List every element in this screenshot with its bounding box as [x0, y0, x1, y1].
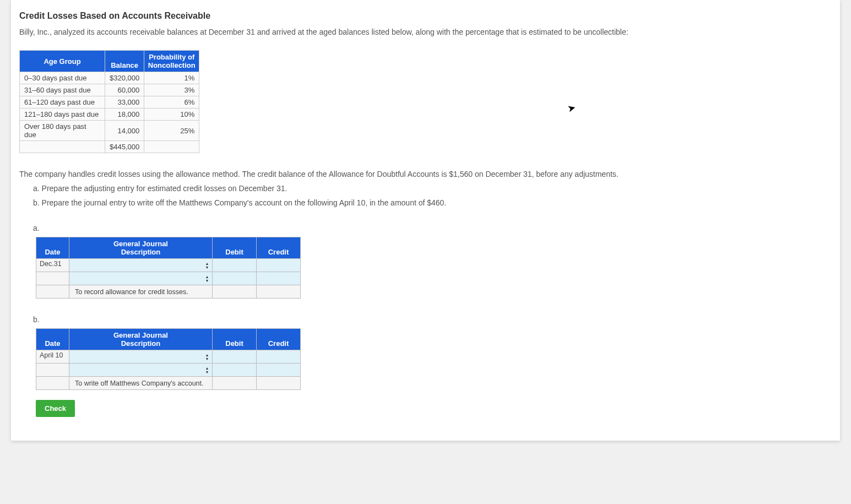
debit-input-b1[interactable] [213, 350, 257, 364]
balance-header: Balance [105, 51, 144, 72]
journal-table-b: Date General Journal Debit Credit Descri… [36, 328, 301, 390]
check-button[interactable]: Check [36, 400, 75, 417]
question-panel: Credit Losses Based on Accounts Receivab… [11, 0, 840, 441]
credit-input-a2[interactable] [257, 272, 301, 285]
memo-a: To record allowance for credit losses. [69, 285, 213, 299]
gj-header: General Journal [69, 329, 213, 340]
desc-header: Description [69, 339, 213, 350]
question-a: a. Prepare the adjusting entry for estim… [33, 184, 832, 193]
stepper-icon[interactable] [203, 366, 211, 375]
table-row: 0–30 days past due $320,000 1% [20, 72, 199, 84]
debit-header: Debit [213, 237, 257, 259]
section-b-label: b. [33, 315, 832, 324]
page-title: Credit Losses Based on Accounts Receivab… [19, 11, 832, 21]
desc-header: Description [69, 248, 213, 259]
credit-input-a1[interactable] [257, 259, 301, 272]
stepper-icon[interactable] [203, 274, 211, 283]
table-row: Over 180 days past due 14,000 25% [20, 121, 199, 141]
debit-input-a2[interactable] [213, 272, 257, 285]
body-text: The company handles credit losses using … [19, 170, 832, 178]
credit-header: Credit [257, 329, 301, 350]
table-row: 31–60 days past due 60,000 3% [20, 84, 199, 96]
table-total-row: $445,000 [20, 141, 199, 153]
debit-input-b2[interactable] [213, 364, 257, 377]
age-header: Age Group [20, 51, 105, 72]
memo-b: To write off Matthews Company's account. [69, 377, 213, 390]
debit-input-a1[interactable] [213, 259, 257, 272]
desc-input-a2[interactable] [69, 272, 213, 285]
prob-header: Probability of Noncollection [144, 51, 199, 72]
gj-header: General Journal [69, 237, 213, 248]
date-cell-a: Dec.31 [36, 259, 69, 272]
date-cell-b: April 10 [36, 350, 69, 364]
credit-input-b1[interactable] [257, 350, 301, 364]
question-b: b. Prepare the journal entry to write of… [33, 198, 832, 207]
debit-header: Debit [213, 329, 257, 350]
date-header: Date [36, 237, 69, 259]
table-row: 121–180 days past due 18,000 10% [20, 109, 199, 121]
desc-input-a1[interactable] [69, 259, 213, 272]
desc-input-b1[interactable] [69, 350, 213, 364]
date-header: Date [36, 329, 69, 350]
credit-header: Credit [257, 237, 301, 259]
aged-balance-table: Age Group Balance Probability of Noncoll… [19, 50, 199, 153]
table-row: 61–120 days past due 33,000 6% [20, 96, 199, 109]
stepper-icon[interactable] [203, 261, 211, 270]
desc-input-b2[interactable] [69, 364, 213, 377]
journal-table-a: Date General Journal Debit Credit Descri… [36, 237, 301, 299]
cursor-icon: ➤ [566, 101, 577, 115]
intro-text: Billy, Inc., analyzed its accounts recei… [19, 28, 832, 36]
credit-input-b2[interactable] [257, 364, 301, 377]
section-a-label: a. [33, 224, 832, 232]
stepper-icon[interactable] [203, 353, 211, 361]
